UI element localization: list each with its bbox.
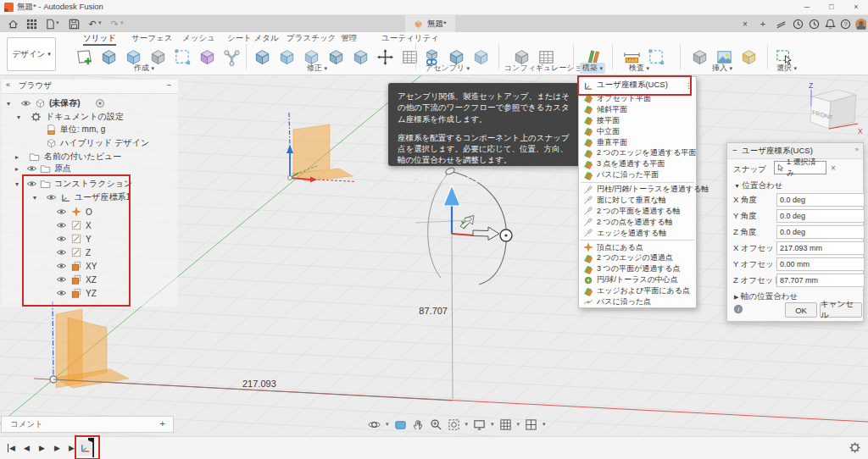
x-offset-dimension-label[interactable]: 217.093: [242, 379, 276, 389]
menu-item-tangent-plane[interactable]: 接平面: [579, 115, 696, 126]
menu-item-point-along-path[interactable]: パスに沿った点: [579, 296, 696, 307]
tab-solid[interactable]: ソリッド: [83, 32, 116, 46]
viewports-caret[interactable]: ▾: [542, 421, 546, 428]
form-icon[interactable]: [196, 45, 218, 69]
tab-sheet-metal[interactable]: シート メタル: [227, 32, 279, 44]
z-offset-input[interactable]: 87.707 mm: [776, 274, 865, 287]
fillet-icon[interactable]: [275, 45, 298, 69]
orbit-caret[interactable]: ▾: [386, 421, 389, 428]
view-cube[interactable]: Z FRONT X: [793, 78, 868, 147]
close-tab-icon[interactable]: ×: [737, 17, 753, 30]
close-button[interactable]: ×: [844, 0, 868, 14]
look-at-icon[interactable]: [394, 418, 407, 431]
menu-item-point-center[interactable]: 円/球/トーラスの中心点: [579, 274, 696, 285]
menu-item-axis-two-planes[interactable]: 2 つの平面を通過する軸: [579, 206, 696, 217]
tree-row-design-type[interactable]: ハイブリッド デザイン: [0, 136, 182, 150]
workspace-selector[interactable]: デザイン ▾: [7, 37, 56, 71]
z-offset-dimension-label[interactable]: 87.707: [419, 306, 448, 316]
cancel-button[interactable]: キャンセル: [820, 302, 862, 318]
menu-item-point-edge-plane[interactable]: エッジおよび平面にある点: [579, 285, 696, 296]
modify-group-label[interactable]: 修正 ▾: [307, 63, 327, 74]
menu-item-point-vertex[interactable]: 頂点にある点: [579, 242, 696, 253]
orbit-icon[interactable]: [368, 418, 381, 431]
z-angle-input[interactable]: 0.0 deg: [776, 225, 865, 239]
expander-icon[interactable]: ▾: [15, 180, 19, 188]
create-sketch-icon[interactable]: [73, 45, 95, 69]
maximize-button[interactable]: □: [820, 0, 843, 14]
grid-settings-icon[interactable]: [499, 418, 512, 431]
snap-selection-button[interactable]: 1 選択済み: [774, 161, 826, 174]
tree-row-document[interactable]: ▾ (未保存): [0, 97, 182, 110]
tree-row-origin[interactable]: ▸ 原点: [0, 162, 182, 175]
menu-item-perpendicular-plane[interactable]: 垂直平面: [579, 137, 696, 148]
y-angle-input[interactable]: 0.0 deg: [776, 209, 865, 223]
visibility-eye-icon[interactable]: [26, 163, 37, 174]
fit-icon[interactable]: [448, 418, 460, 431]
comment-bar[interactable]: コメント +: [1, 416, 174, 433]
history-icon[interactable]: [806, 17, 821, 30]
job-status-icon[interactable]: [790, 17, 805, 30]
browser-minimize-icon[interactable]: −: [166, 80, 171, 90]
timeline-step-forward-icon[interactable]: ▶: [51, 442, 64, 454]
timeline-step-back-icon[interactable]: ◀: [20, 442, 33, 454]
insert-group-label[interactable]: 挿入 ▾: [712, 63, 732, 74]
menu-item-axis-edge[interactable]: エッジを通過する軸: [579, 228, 696, 239]
change-parameters-icon[interactable]: [398, 45, 420, 69]
snap-clear-icon[interactable]: ×: [831, 163, 836, 173]
display-caret[interactable]: ▾: [491, 421, 494, 428]
menu-item-axis-perpendicular-face[interactable]: 面に対して垂直な軸: [579, 195, 696, 206]
split-body-icon[interactable]: [349, 45, 371, 69]
align-section-header[interactable]: ▼ 位置合わせ: [734, 180, 783, 191]
timeline-go-start-icon[interactable]: ◀: [5, 442, 18, 454]
fit-caret[interactable]: ▾: [465, 421, 469, 428]
new-tab-icon[interactable]: +: [755, 17, 771, 30]
menu-item-plane-two-edges[interactable]: 2 つのエッジを通過する平面: [579, 147, 696, 158]
tab-utilities[interactable]: ユーティリティ: [381, 32, 439, 44]
ok-button[interactable]: OK: [785, 302, 817, 318]
notification-bell-icon[interactable]: [822, 17, 837, 30]
menu-item-midplane[interactable]: 中立面: [579, 126, 696, 137]
expander-icon[interactable]: ▾: [17, 113, 20, 121]
extensions-icon[interactable]: [773, 17, 788, 30]
extrude-icon[interactable]: [97, 45, 120, 69]
undo-caret[interactable]: ▾: [98, 19, 102, 26]
dialog-collapse-icon[interactable]: −: [732, 146, 737, 155]
redo-caret[interactable]: ▾: [120, 19, 124, 26]
minimize-button[interactable]: ─: [795, 0, 819, 14]
y-offset-input[interactable]: 0.00 mm: [776, 257, 865, 271]
axis-align-section-header[interactable]: ▶ 軸の位置合わせ: [734, 291, 798, 302]
derive-icon[interactable]: [171, 45, 193, 69]
viewports-icon[interactable]: [525, 418, 537, 431]
menu-item-point-two-edges[interactable]: 2 つのエッジの通過点: [579, 252, 696, 263]
menu-item-plane-along-path[interactable]: パスに沿った平面: [579, 169, 696, 180]
combine-icon[interactable]: [325, 45, 347, 69]
visibility-eye-icon[interactable]: [20, 98, 31, 109]
dialog-detach-icon[interactable]: »: [855, 146, 859, 153]
menu-item-point-three-planes[interactable]: 3 つの平面が通過する点: [579, 263, 696, 274]
timeline-play-icon[interactable]: ▶: [36, 442, 48, 454]
pan-hand-icon[interactable]: [412, 418, 425, 431]
home-icon[interactable]: [5, 17, 20, 30]
save-icon[interactable]: [66, 17, 81, 30]
x-offset-input[interactable]: 217.093 mm: [776, 241, 865, 255]
tab-plastic[interactable]: プラスチック: [287, 32, 336, 44]
add-comment-icon[interactable]: +: [160, 418, 165, 429]
help-icon[interactable]: [837, 17, 853, 30]
expander-icon[interactable]: ▾: [7, 100, 10, 108]
tree-row-units[interactable]: 単位: mm, g: [0, 123, 182, 136]
insert-mesh-icon[interactable]: [737, 45, 760, 69]
grid-caret[interactable]: ▾: [517, 421, 520, 428]
info-icon[interactable]: [733, 304, 743, 314]
file-menu-caret[interactable]: ▾: [56, 19, 59, 26]
rigid-group-icon[interactable]: [470, 45, 492, 69]
insert-derive-icon[interactable]: [688, 45, 710, 69]
construct-group-label[interactable]: 構築 ▾: [580, 63, 605, 74]
display-settings-icon[interactable]: [473, 418, 486, 431]
avatar[interactable]: [853, 17, 868, 30]
create-group-label[interactable]: 作成 ▾: [134, 63, 154, 74]
x-angle-input[interactable]: 0.0 deg: [776, 193, 865, 207]
press-pull-icon[interactable]: [251, 45, 273, 69]
tab-manage[interactable]: 管理: [341, 32, 357, 44]
menu-item-plane-three-points[interactable]: 3 点を通過する平面: [579, 158, 696, 169]
app-grid-icon[interactable]: [24, 17, 39, 30]
